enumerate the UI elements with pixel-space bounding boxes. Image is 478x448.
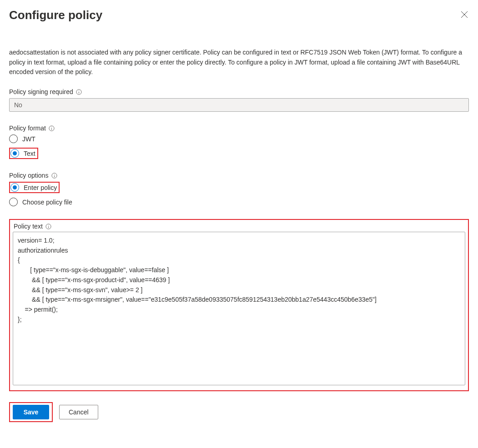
- close-button[interactable]: [460, 10, 469, 19]
- highlight-box: Text: [9, 148, 38, 159]
- info-icon[interactable]: [51, 172, 57, 179]
- highlight-box: Enter policy: [9, 182, 60, 193]
- policy-signing-input: [9, 98, 469, 112]
- info-icon[interactable]: [76, 89, 82, 95]
- policy-signing-label: Policy signing required: [9, 88, 73, 95]
- page-title: Configure policy: [9, 8, 102, 22]
- radio-circle-icon: [9, 134, 18, 143]
- svg-point-7: [51, 127, 52, 127]
- svg-point-10: [54, 174, 55, 174]
- radio-choose-file[interactable]: Choose policy file: [9, 198, 469, 206]
- radio-enter-policy[interactable]: Enter policy: [10, 183, 57, 192]
- radio-circle-icon: [9, 198, 18, 206]
- policy-signing-field: Policy signing required: [9, 88, 469, 112]
- radio-choose-file-label: Choose policy file: [22, 199, 72, 206]
- close-icon: [461, 11, 468, 18]
- info-icon[interactable]: [49, 125, 55, 131]
- radio-text-label: Text: [24, 150, 35, 157]
- radio-jwt-label: JWT: [22, 135, 35, 143]
- info-icon[interactable]: [45, 223, 52, 229]
- policy-format-field: Policy format JWT Text: [9, 124, 469, 159]
- policy-text-input[interactable]: [13, 232, 465, 385]
- policy-text-label: Policy text: [14, 223, 43, 230]
- radio-text[interactable]: Text: [10, 149, 35, 158]
- cancel-button[interactable]: Cancel: [59, 405, 98, 419]
- svg-point-13: [48, 225, 49, 225]
- radio-enter-policy-label: Enter policy: [24, 184, 57, 191]
- policy-options-label: Policy options: [9, 172, 48, 179]
- radio-jwt[interactable]: JWT: [9, 134, 469, 143]
- save-button[interactable]: Save: [13, 405, 49, 419]
- policy-options-field: Policy options Enter policy Choose polic…: [9, 172, 469, 206]
- description-text: aedocsattestation is not associated with…: [9, 48, 464, 77]
- highlight-box: Save: [9, 402, 53, 422]
- radio-circle-icon: [10, 149, 19, 158]
- policy-format-label: Policy format: [9, 124, 46, 132]
- radio-circle-icon: [10, 183, 19, 192]
- svg-point-4: [79, 90, 79, 91]
- policy-text-section: Policy text: [9, 219, 469, 391]
